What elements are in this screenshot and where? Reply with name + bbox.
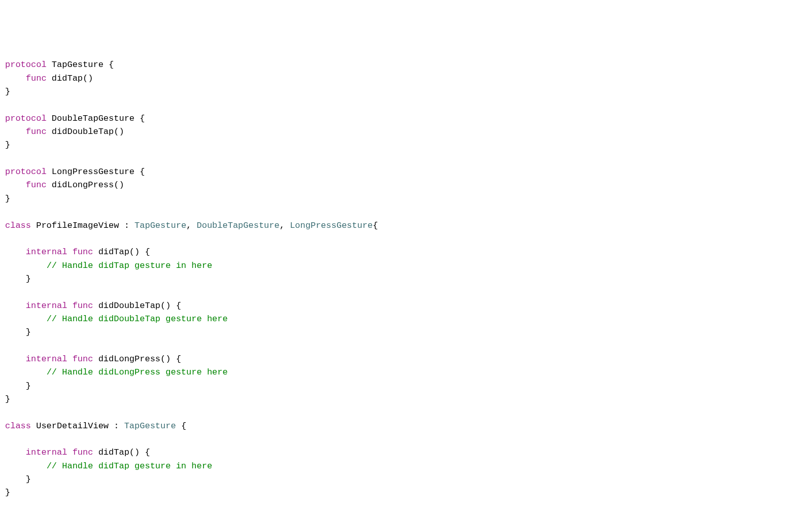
code-token: func	[73, 354, 93, 364]
code-token	[5, 180, 26, 190]
code-token: }	[5, 394, 10, 404]
code-line	[5, 206, 807, 219]
code-token	[5, 367, 47, 377]
code-token: internal	[26, 448, 67, 457]
code-token: didLongPress()	[47, 180, 124, 190]
code-token: TapGesture	[124, 421, 176, 431]
code-line	[5, 406, 807, 419]
code-line	[5, 98, 807, 112]
code-token: {	[373, 221, 378, 230]
code-token: didDoubleTap() {	[93, 301, 181, 311]
code-token	[5, 247, 26, 257]
code-line: func didTap()	[5, 72, 807, 85]
code-token: }	[5, 274, 31, 284]
code-token	[67, 301, 72, 311]
code-token	[5, 74, 26, 83]
code-token: func	[26, 74, 47, 83]
code-token: didLongPress() {	[93, 354, 181, 364]
code-token: {	[176, 421, 186, 431]
code-token: }	[5, 381, 31, 391]
code-line: }	[5, 139, 807, 152]
code-line: protocol TapGesture {	[5, 58, 807, 72]
code-line: }	[5, 473, 807, 486]
code-line: internal func didLongPress() {	[5, 353, 807, 366]
code-token: internal	[26, 354, 67, 364]
code-token: internal	[26, 247, 67, 257]
code-token: class	[5, 221, 31, 230]
code-token: didTap()	[47, 74, 93, 83]
code-token: }	[5, 488, 10, 497]
code-token	[5, 261, 47, 270]
code-token	[5, 314, 47, 324]
code-token: }	[5, 474, 31, 484]
code-token: didTap() {	[93, 448, 150, 457]
code-token: }	[5, 194, 10, 203]
code-token: ,	[280, 221, 290, 230]
code-line	[5, 339, 807, 353]
code-line: }	[5, 272, 807, 286]
code-token: LongPressGesture	[290, 221, 373, 230]
code-line: class ProfileImageView : TapGesture, Dou…	[5, 219, 807, 232]
code-token	[5, 127, 26, 136]
code-line: }	[5, 486, 807, 499]
code-line: internal func didTap() {	[5, 446, 807, 459]
code-token	[5, 448, 26, 457]
code-token: protocol	[5, 60, 47, 70]
code-token: class	[5, 421, 31, 431]
code-line: class UserDetailView : TapGesture {	[5, 420, 807, 433]
code-line: protocol DoubleTapGesture {	[5, 112, 807, 125]
code-token: DoubleTapGesture	[197, 221, 280, 230]
code-token: DoubleTapGesture {	[47, 114, 145, 123]
code-token	[5, 354, 26, 364]
code-token: protocol	[5, 114, 47, 123]
code-line	[5, 286, 807, 299]
code-token	[5, 461, 47, 471]
code-token: }	[5, 327, 31, 337]
code-token: func	[73, 301, 93, 311]
code-line: }	[5, 85, 807, 98]
code-token: TapGesture {	[47, 60, 114, 70]
code-token: // Handle didDoubleTap gesture here	[47, 314, 228, 324]
code-line: internal func didTap() {	[5, 246, 807, 259]
code-block: protocol TapGesture { func didTap()} pro…	[5, 58, 807, 499]
code-token: LongPressGesture {	[47, 167, 145, 177]
code-token: TapGesture	[134, 221, 186, 230]
code-token	[5, 301, 26, 311]
code-token: UserDetailView :	[31, 421, 124, 431]
code-token: // Handle didLongPress gesture here	[47, 367, 228, 377]
code-token: }	[5, 140, 10, 150]
code-line: }	[5, 326, 807, 339]
code-token	[67, 448, 72, 457]
code-token: ,	[186, 221, 196, 230]
code-token: }	[5, 87, 10, 96]
code-line	[5, 152, 807, 165]
code-line: func didDoubleTap()	[5, 125, 807, 139]
code-token: func	[26, 180, 47, 190]
code-line: // Handle didDoubleTap gesture here	[5, 313, 807, 326]
code-token: didTap() {	[93, 247, 150, 257]
code-token: ProfileImageView :	[31, 221, 134, 230]
code-line	[5, 232, 807, 246]
code-line	[5, 433, 807, 446]
code-token: internal	[26, 301, 67, 311]
code-token: protocol	[5, 167, 47, 177]
code-line: internal func didDoubleTap() {	[5, 299, 807, 313]
code-line: }	[5, 192, 807, 206]
code-token: // Handle didTap gesture in here	[47, 461, 212, 471]
code-line: }	[5, 380, 807, 393]
code-token	[67, 247, 72, 257]
code-line: protocol LongPressGesture {	[5, 165, 807, 179]
code-line: func didLongPress()	[5, 179, 807, 192]
code-line: // Handle didTap gesture in here	[5, 259, 807, 272]
code-token	[67, 354, 72, 364]
code-token: func	[26, 127, 47, 136]
code-token: func	[73, 448, 93, 457]
code-line: // Handle didTap gesture in here	[5, 460, 807, 473]
code-line: // Handle didLongPress gesture here	[5, 366, 807, 379]
code-token: // Handle didTap gesture in here	[47, 261, 212, 270]
code-token: func	[73, 247, 93, 257]
code-line: }	[5, 393, 807, 406]
code-token: didDoubleTap()	[47, 127, 124, 136]
